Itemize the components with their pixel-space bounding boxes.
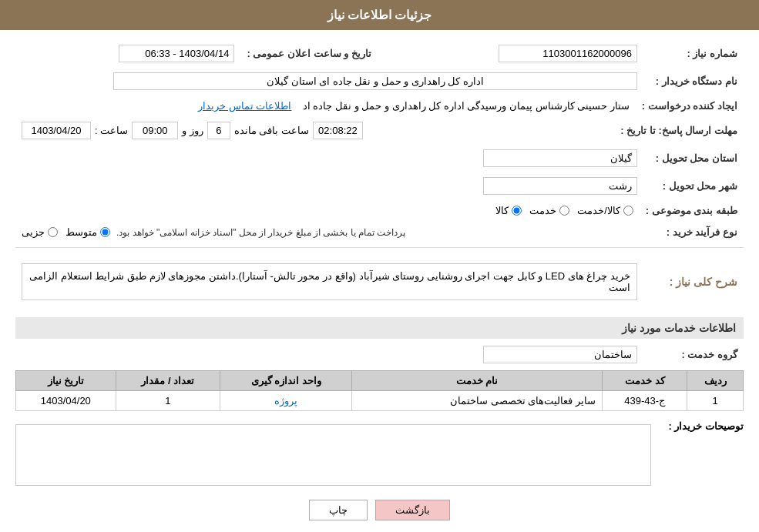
purchase-type-label: نوع فرآیند خرید : bbox=[643, 223, 744, 241]
service-group-value: ساختمان bbox=[15, 343, 643, 366]
services-table: ردیف کد خدمت نام خدمت واحد اندازه گیری ت… bbox=[15, 370, 744, 411]
services-col-name: نام خدمت bbox=[352, 371, 603, 391]
city-value: رشت bbox=[15, 174, 643, 198]
category-radio-kala-khedmat[interactable] bbox=[623, 206, 633, 216]
buyer-desc-container bbox=[15, 420, 651, 488]
service-group-label: گروه خدمت : bbox=[643, 343, 744, 366]
announcement-date-input[interactable]: 1403/04/14 - 06:33 bbox=[119, 45, 234, 62]
contact-link[interactable]: اطلاعات تماس خریدار bbox=[198, 100, 291, 112]
info-table-creator: ایجاد کننده درخواست : ستار حسینی کارشناس… bbox=[15, 97, 744, 115]
row-quantity: 1 bbox=[116, 391, 220, 411]
city-label: شهر محل تحویل : bbox=[643, 174, 744, 198]
page-title: جزئیات اطلاعات نیاز bbox=[327, 8, 432, 22]
deadline-remaining-value: 02:08:22 bbox=[313, 122, 363, 139]
buyer-org-label: نام دستگاه خریدار : bbox=[643, 69, 744, 93]
row-code: ج-43-439 bbox=[603, 391, 687, 411]
creator-value: ستار حسینی کارشناس پیمان ورسیدگی اداره ک… bbox=[15, 97, 636, 115]
divider-1 bbox=[15, 247, 744, 248]
back-button[interactable]: بازگشت bbox=[375, 500, 450, 520]
need-number-input[interactable]: 1103001162000096 bbox=[499, 45, 637, 62]
services-col-rownum: ردیف bbox=[687, 371, 744, 391]
province-value: گیلان bbox=[15, 146, 643, 170]
info-table-top: شماره نیاز : 1103001162000096 تاریخ و سا… bbox=[15, 42, 744, 65]
purchase-type-radio-jozii[interactable] bbox=[48, 227, 58, 237]
info-table-province: استان محل تحویل : گیلان bbox=[15, 146, 744, 170]
purchase-type-values: پرداخت تمام یا بخشی از مبلغ خریدار از مح… bbox=[15, 223, 643, 241]
services-col-code: کد خدمت bbox=[603, 371, 687, 391]
category-label: طبقه بندی موضوعی : bbox=[640, 202, 744, 219]
info-table-city: شهر محل تحویل : رشت bbox=[15, 174, 744, 198]
need-number-label: شماره نیاز : bbox=[643, 42, 744, 65]
info-table-deadline: مهلت ارسال پاسخ: تا تاریخ : 02:08:22 ساع… bbox=[15, 119, 744, 142]
info-table-category: طبقه بندی موضوعی : کالا/خدمت خدمت bbox=[15, 202, 744, 219]
page-header: جزئیات اطلاعات نیاز bbox=[0, 0, 759, 30]
services-col-date: تاریخ نیاز bbox=[16, 371, 116, 391]
need-number-value: 1103001162000096 bbox=[378, 42, 643, 65]
print-button[interactable]: چاپ bbox=[309, 500, 368, 520]
city-input[interactable]: رشت bbox=[483, 177, 637, 195]
category-radio-khedmat[interactable] bbox=[559, 206, 569, 216]
info-table-org: نام دستگاه خریدار : اداره کل راهداری و ح… bbox=[15, 69, 744, 93]
row-unit[interactable]: پروژه bbox=[220, 391, 352, 411]
row-date: 1403/04/20 bbox=[16, 391, 116, 411]
purchase-type-label-motavaset: متوسط bbox=[65, 226, 97, 238]
creator-name: ستار حسینی کارشناس پیمان ورسیدگی اداره ک… bbox=[303, 100, 630, 112]
purchase-type-radio-motavaset[interactable] bbox=[100, 227, 110, 237]
need-desc-label: شرح کلی نیاز : bbox=[643, 254, 744, 309]
announcement-date-value: 1403/04/14 - 06:33 bbox=[15, 42, 240, 65]
table-row: 1 ج-43-439 سایر فعالیت‌های تخصصی ساختمان… bbox=[16, 391, 744, 411]
deadline-time-label: ساعت : bbox=[95, 125, 128, 136]
deadline-days-label: روز و bbox=[182, 125, 203, 136]
need-desc-value: خرید چراغ های LED و کابل جهت اجرای روشنا… bbox=[15, 254, 643, 309]
row-name: سایر فعالیت‌های تخصصی ساختمان bbox=[352, 391, 603, 411]
deadline-days-value: 6 bbox=[207, 122, 230, 139]
deadline-date-value: 1403/04/20 bbox=[22, 122, 91, 139]
buyer-org-input[interactable]: اداره کل راهداری و حمل و نقل جاده ای است… bbox=[113, 72, 637, 90]
info-table-purchase-type: نوع فرآیند خرید : پرداخت تمام یا بخشی از… bbox=[15, 223, 744, 241]
announcement-date-label: تاریخ و ساعت اعلان عمومی : bbox=[240, 42, 377, 65]
purchase-type-jozii[interactable]: جزیی bbox=[22, 226, 58, 238]
category-option-kala[interactable]: کالا bbox=[495, 205, 522, 216]
province-label: استان محل تحویل : bbox=[643, 146, 744, 170]
info-table-need-desc: شرح کلی نیاز : خرید چراغ های LED و کابل … bbox=[15, 254, 744, 309]
purchase-type-note: پرداخت تمام یا بخشی از مبلغ خریدار از مح… bbox=[116, 227, 405, 238]
services-col-unit: واحد اندازه گیری bbox=[220, 371, 352, 391]
category-radio-group: کالا/خدمت خدمت کالا bbox=[22, 205, 633, 216]
page-container: جزئیات اطلاعات نیاز شماره نیاز : 1103001… bbox=[0, 0, 759, 532]
category-option-kala-khedmat[interactable]: کالا/خدمت bbox=[577, 205, 633, 216]
deadline-time-value: 09:00 bbox=[132, 122, 178, 139]
services-col-quantity: تعداد / مقدار bbox=[116, 371, 220, 391]
buyer-org-value: اداره کل راهداری و حمل و نقل جاده ای است… bbox=[15, 69, 643, 93]
buyer-desc-row: توصیحات خریدار : bbox=[15, 420, 744, 488]
purchase-type-radio-group: متوسط جزیی bbox=[22, 226, 110, 238]
buttons-row: بازگشت چاپ bbox=[15, 500, 744, 520]
deadline-label: مهلت ارسال پاسخ: تا تاریخ : bbox=[614, 119, 744, 142]
purchase-type-label-jozii: جزیی bbox=[22, 226, 45, 238]
service-group-input[interactable]: ساختمان bbox=[483, 346, 637, 363]
creator-label: ایجاد کننده درخواست : bbox=[636, 97, 744, 115]
buyer-desc-textarea[interactable] bbox=[15, 424, 651, 486]
services-section-title: اطلاعات خدمات مورد نیاز bbox=[15, 317, 744, 339]
category-label-khedmat: خدمت bbox=[529, 205, 556, 216]
category-label-kala: کالا bbox=[495, 205, 509, 216]
buyer-desc-label: توصیحات خریدار : bbox=[659, 420, 744, 432]
category-radios: کالا/خدمت خدمت کالا bbox=[15, 202, 640, 219]
purchase-type-motavaset[interactable]: متوسط bbox=[65, 226, 110, 238]
need-description-text: خرید چراغ های LED و کابل جهت اجرای روشنا… bbox=[22, 263, 637, 300]
deadline-remaining-label: ساعت باقی مانده bbox=[234, 125, 309, 136]
category-radio-kala[interactable] bbox=[512, 206, 522, 216]
province-input[interactable]: گیلان bbox=[483, 149, 637, 167]
row-num: 1 bbox=[687, 391, 744, 411]
category-label-kala-khedmat: کالا/خدمت bbox=[577, 205, 620, 216]
category-option-khedmat[interactable]: خدمت bbox=[529, 205, 569, 216]
info-table-service-group: گروه خدمت : ساختمان bbox=[15, 343, 744, 366]
deadline-values: 02:08:22 ساعت باقی مانده 6 روز و 09:00 س… bbox=[15, 119, 614, 142]
main-content: شماره نیاز : 1103001162000096 تاریخ و سا… bbox=[0, 30, 759, 532]
